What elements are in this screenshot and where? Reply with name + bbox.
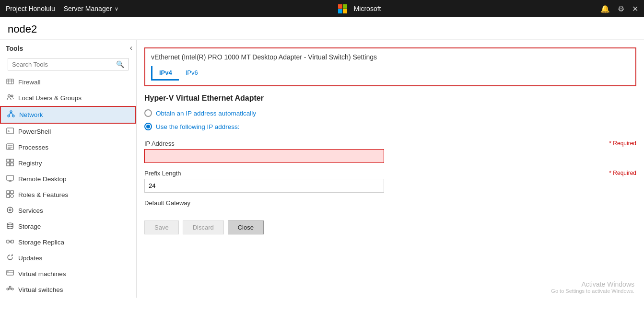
svg-rect-36 [11,240,13,243]
sidebar-item-updates[interactable]: Updates [0,250,136,266]
sidebar-item-storage[interactable]: Storage [0,219,136,234]
sidebar-item-services[interactable]: Services [0,203,136,219]
microsoft-label: Microsoft [354,5,381,12]
ms-logo-yellow [343,9,347,13]
svg-point-5 [11,95,13,97]
svg-point-34 [7,223,13,225]
radio-manual[interactable]: Use the following IP address: [144,123,636,130]
sidebar-item-virtual-machines[interactable]: Virtual machines [0,266,136,282]
search-input[interactable] [12,61,113,68]
svg-point-27 [11,195,13,197]
updates-icon [6,254,14,263]
services-icon [6,206,14,215]
notification-bell-icon[interactable]: 🔔 [600,4,610,13]
sidebar-label-updates: Updates [18,255,42,262]
svg-line-10 [11,113,13,115]
main-panel: vEthernet (Intel(R) PRO 1000 MT Desktop … [137,40,644,298]
tab-ipv6[interactable]: IPv6 [179,66,205,81]
ms-logo-red [338,4,342,9]
sidebar-item-powershell[interactable]: >_ PowerShell [0,124,136,139]
sidebar-label-virtual-machines: Virtual machines [18,270,66,278]
prefix-length-header: Prefix Length * Required [144,170,636,177]
svg-point-40 [8,271,9,272]
sidebar-item-network[interactable]: Network [0,106,136,124]
close-icon[interactable]: ✕ [632,4,638,13]
sidebar-label-powershell: PowerShell [18,128,51,135]
svg-rect-19 [7,163,10,166]
topbar: Project Honolulu Server Manager ∨ Micros… [0,0,644,17]
sidebar-item-registry[interactable]: Registry [0,155,136,171]
registry-icon [6,159,14,168]
svg-point-29 [9,209,11,211]
svg-point-44 [9,286,11,288]
prefix-length-row: Prefix Length * Required [144,170,636,193]
search-box[interactable]: 🔍 [8,58,129,70]
sidebar: Tools ‹ 🔍 [0,40,137,298]
prefix-length-input[interactable] [144,179,384,193]
prefix-length-required: * Required [609,170,636,177]
svg-rect-24 [7,191,10,194]
svg-point-7 [8,115,10,117]
default-gateway-header: Default Gateway [144,199,636,207]
page-header: node2 [0,17,644,40]
prefix-length-label: Prefix Length [144,170,181,177]
ip-address-input[interactable] [144,149,384,163]
tab-ipv4[interactable]: IPv4 [152,66,179,81]
discard-button[interactable]: Discard [183,220,224,234]
sidebar-label-storage-replica: Storage Replica [18,239,64,246]
svg-rect-35 [7,240,9,243]
ms-logo-blue [338,9,342,13]
adapter-settings-panel: vEthernet (Intel(R) PRO 1000 MT Desktop … [144,47,636,86]
radio-auto-label: Obtain an IP address automatically [156,110,256,117]
firewall-icon [6,78,14,87]
svg-text:>_: >_ [8,129,12,133]
roles-features-icon [6,190,14,199]
svg-rect-21 [7,175,13,180]
sidebar-item-processes[interactable]: Processes [0,139,136,155]
sidebar-label-storage: Storage [18,223,41,230]
sidebar-item-remote-desktop[interactable]: Remote Desktop [0,171,136,187]
sidebar-label-firewall: Firewall [18,79,41,86]
sidebar-label-virtual-switches: Virtual switches [18,286,63,293]
close-button[interactable]: Close [228,220,264,234]
sidebar-label-roles-features: Roles & Features [18,191,68,198]
action-buttons: Save Discard Close [144,220,636,234]
sidebar-label-remote-desktop: Remote Desktop [18,175,67,183]
settings-gear-icon[interactable]: ⚙ [618,4,624,13]
main-layout: Tools ‹ 🔍 [0,40,644,298]
tools-heading: Tools [2,42,27,54]
sidebar-item-roles-features[interactable]: Roles & Features [0,187,136,203]
radio-auto-circle[interactable] [144,109,152,117]
radio-manual-circle[interactable] [144,123,152,130]
default-gateway-row: Default Gateway [144,199,636,209]
radio-manual-label: Use the following IP address: [156,123,240,130]
sidebar-item-firewall[interactable]: Firewall [0,74,136,90]
chevron-down-icon: ∨ [115,6,118,12]
ip-address-header: IP Address * Required [144,140,636,147]
adapter-title: vEthernet (Intel(R) PRO 1000 MT Desktop … [151,53,630,61]
brand-label: Project Honolulu [6,5,55,12]
sidebar-label-services: Services [18,207,43,214]
sidebar-item-storage-replica[interactable]: Storage Replica [0,234,136,250]
radio-auto[interactable]: Obtain an IP address automatically [144,109,636,117]
server-manager-label: Server Manager [64,5,112,12]
network-icon [7,110,15,119]
svg-point-8 [12,115,14,117]
svg-rect-17 [7,159,10,162]
sidebar-scroll-area: Firewall Local Users & Groups [0,74,136,298]
topbar-center: Microsoft [118,4,600,13]
page-title: node2 [8,23,37,35]
activate-subtitle: Go to Settings to activate Windows. [551,288,634,294]
content-body: Hyper-V Virtual Ethernet Adapter Obtain … [137,86,644,242]
svg-rect-20 [11,163,13,166]
save-button[interactable]: Save [144,220,179,234]
server-manager-menu[interactable]: Server Manager ∨ [64,5,118,12]
default-gateway-label: Default Gateway [144,199,190,207]
microsoft-logo [338,4,347,13]
sidebar-item-local-users[interactable]: Local Users & Groups [0,90,136,106]
collapse-sidebar-icon[interactable]: ‹ [130,44,132,52]
ip-radio-group: Obtain an IP address automatically Use t… [144,109,636,130]
svg-point-6 [10,111,12,113]
sidebar-label-registry: Registry [18,160,42,167]
sidebar-item-virtual-switches[interactable]: Virtual switches [0,282,136,298]
